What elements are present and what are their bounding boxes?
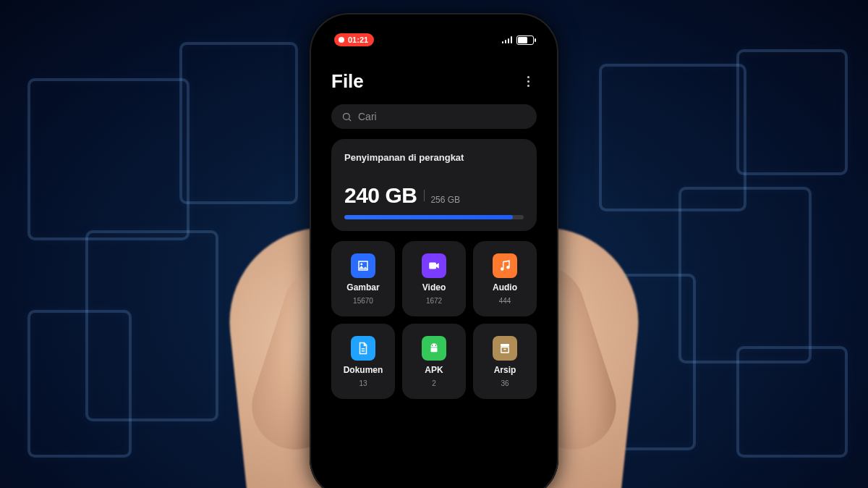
search-input[interactable]: Cari xyxy=(331,104,537,129)
stage: 01:21 File xyxy=(0,0,868,488)
category-label: Dokumen xyxy=(344,365,383,375)
category-label: Arsip xyxy=(494,365,516,375)
page-title: File xyxy=(331,70,364,93)
svg-rect-3 xyxy=(29,311,130,456)
category-count: 2 xyxy=(432,379,436,387)
svg-rect-0 xyxy=(29,80,188,239)
category-tile-dokumen[interactable]: Dokumen13 xyxy=(331,324,395,399)
storage-card[interactable]: Penyimpanan di perangkat 240 GB 256 GB xyxy=(331,139,537,231)
svg-line-10 xyxy=(349,119,351,121)
category-tile-gambar[interactable]: Gambar15670 xyxy=(331,241,395,316)
video-icon xyxy=(422,253,446,278)
svg-rect-7 xyxy=(738,51,846,174)
svg-point-9 xyxy=(344,113,350,119)
category-grid: Gambar15670Video1672Audio444Dokumen13APK… xyxy=(331,241,537,399)
category-count: 15670 xyxy=(353,297,373,305)
category-label: Audio xyxy=(493,282,517,293)
storage-bar xyxy=(344,215,524,219)
phone-screen: 01:21 File xyxy=(318,22,550,488)
svg-rect-8 xyxy=(738,348,846,456)
search-placeholder: Cari xyxy=(358,111,377,122)
archive-icon xyxy=(493,336,517,361)
category-tile-arsip[interactable]: Arsip36 xyxy=(473,324,537,399)
music-icon xyxy=(493,253,517,278)
android-icon xyxy=(422,336,446,361)
more-options-button[interactable] xyxy=(519,72,537,90)
titlebar: File xyxy=(331,68,537,94)
search-icon xyxy=(341,112,352,122)
category-tile-video[interactable]: Video1672 xyxy=(402,241,466,316)
svg-rect-1 xyxy=(87,232,217,420)
storage-card-title: Penyimpanan di perangkat xyxy=(344,152,524,163)
category-label: APK xyxy=(425,365,443,375)
category-count: 13 xyxy=(359,379,367,387)
category-count: 1672 xyxy=(426,297,442,305)
divider xyxy=(424,190,425,201)
document-icon xyxy=(351,336,375,361)
svg-rect-5 xyxy=(680,188,810,362)
storage-total: 256 GB xyxy=(430,195,460,205)
storage-usage-row: 240 GB 256 GB xyxy=(344,183,524,208)
storage-used: 240 GB xyxy=(344,183,417,208)
image-icon xyxy=(351,253,375,278)
category-label: Gambar xyxy=(346,282,379,293)
category-label: Video xyxy=(422,282,446,293)
phone-frame: 01:21 File xyxy=(310,13,558,488)
storage-bar-fill xyxy=(344,215,513,219)
svg-rect-2 xyxy=(181,43,297,203)
category-count: 36 xyxy=(501,379,509,387)
category-tile-apk[interactable]: APK2 xyxy=(402,324,466,399)
category-tile-audio[interactable]: Audio444 xyxy=(473,241,537,316)
category-count: 444 xyxy=(499,297,511,305)
file-manager-app: File Cari Penyimpanan di perangkat xyxy=(318,22,550,488)
